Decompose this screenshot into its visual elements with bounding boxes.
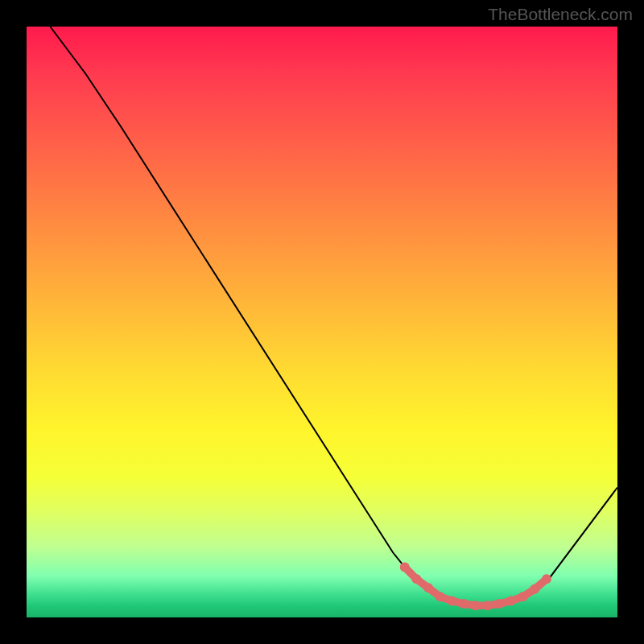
- svg-point-6: [471, 601, 481, 610]
- chart-container: TheBottleneck.com: [0, 0, 644, 644]
- svg-point-4: [447, 596, 456, 605]
- svg-point-3: [436, 592, 445, 601]
- chart-svg: [27, 27, 617, 617]
- plot-area: [27, 27, 617, 617]
- svg-point-2: [423, 583, 433, 592]
- curve-line: [50, 27, 617, 605]
- svg-point-8: [494, 599, 504, 609]
- svg-point-0: [400, 563, 410, 572]
- svg-point-9: [506, 596, 516, 605]
- svg-point-1: [411, 574, 421, 584]
- highlight-dots: [400, 563, 551, 611]
- svg-point-7: [483, 601, 493, 610]
- svg-point-10: [518, 592, 528, 601]
- svg-point-12: [542, 574, 551, 584]
- svg-point-5: [459, 599, 469, 609]
- watermark-text: TheBottleneck.com: [488, 5, 633, 24]
- svg-point-11: [530, 584, 539, 594]
